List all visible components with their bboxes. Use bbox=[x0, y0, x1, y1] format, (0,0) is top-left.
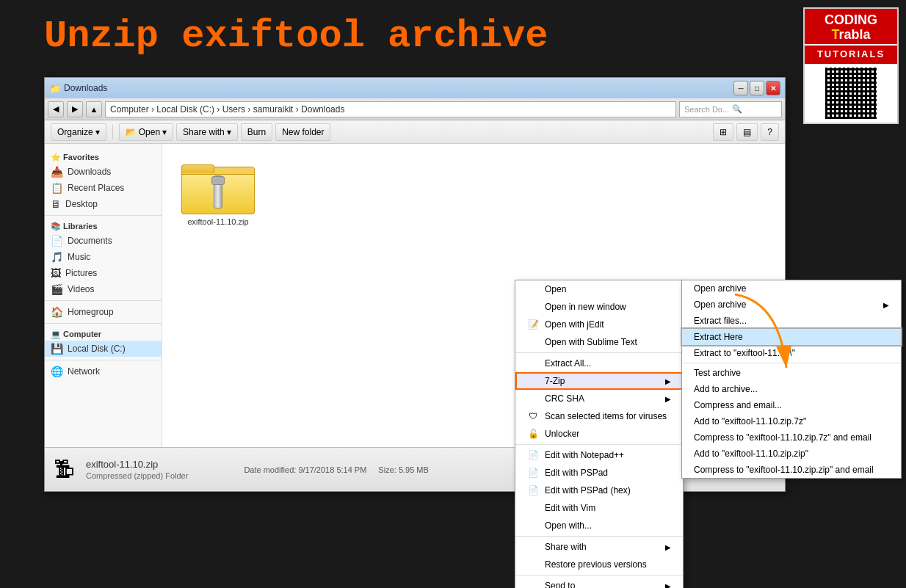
status-date-label: Date modified: bbox=[244, 465, 296, 474]
search-icon: 🔍 bbox=[732, 104, 742, 114]
sub-ctx-extract-to[interactable]: Extract to "exiftool-11.10\" bbox=[682, 345, 901, 361]
sub-ctx-compress-email[interactable]: Compress and email... bbox=[682, 397, 901, 413]
forward-button[interactable]: ▶ bbox=[67, 101, 83, 117]
up-button[interactable]: ▲ bbox=[86, 101, 102, 117]
ctx-open[interactable]: Open bbox=[515, 280, 683, 298]
homegroup-label: Homegroup bbox=[68, 307, 114, 317]
sub-ctx-test-archive[interactable]: Test archive bbox=[682, 365, 901, 381]
ctx-send-to-label: Send to bbox=[545, 581, 659, 588]
sidebar-item-local-disk[interactable]: 💾 Local Disk (C:) bbox=[45, 341, 162, 357]
new-folder-label: New folder bbox=[282, 127, 324, 137]
ctx-jedit-icon: 📝 bbox=[527, 319, 539, 330]
ctx-7zip[interactable]: 7-Zip ▶ bbox=[515, 372, 683, 390]
open-arrow: ▾ bbox=[162, 127, 167, 137]
view-button[interactable]: ⊞ bbox=[713, 123, 733, 141]
ctx-open-with-icon bbox=[527, 520, 539, 531]
ctx-pspad-hex-icon: 📄 bbox=[527, 484, 539, 496]
address-path[interactable]: Computer › Local Disk (C:) › Users › sam… bbox=[105, 101, 676, 117]
ctx-restore[interactable]: Restore previous versions bbox=[515, 556, 683, 573]
ctx-edit-pspad-hex[interactable]: 📄 Edit with PSPad (hex) bbox=[515, 482, 683, 499]
ctx-pspad-icon: 📄 bbox=[527, 467, 539, 479]
sub-ctx-add-to-archive-label: Add to archive... bbox=[694, 384, 758, 394]
ctx-share-with[interactable]: Share with ▶ bbox=[515, 538, 683, 556]
file-area: exiftool-11.10.zip Open Open in new wind… bbox=[162, 144, 785, 447]
file-icon-container[interactable]: exiftool-11.10.zip bbox=[174, 156, 262, 226]
organize-button[interactable]: Organize ▾ bbox=[51, 123, 106, 141]
open-button[interactable]: 📂 Open ▾ bbox=[119, 123, 173, 141]
help-button[interactable]: ? bbox=[761, 123, 779, 141]
ctx-edit-pspad[interactable]: 📄 Edit with PSPad bbox=[515, 464, 683, 482]
sub-ctx-open-archive2-arrow: ▶ bbox=[883, 301, 889, 309]
ctx-notepad-icon: 📄 bbox=[527, 449, 539, 461]
sidebar-item-network[interactable]: 🌐 Network bbox=[45, 363, 162, 380]
ctx-7zip-arrow: ▶ bbox=[665, 377, 671, 385]
toolbar-right: ⊞ ▤ ? bbox=[713, 123, 779, 141]
new-folder-button[interactable]: New folder bbox=[275, 123, 330, 141]
explorer-window: 📁 Downloads ─ □ ✕ ◀ ▶ ▲ Computer › Local… bbox=[44, 77, 786, 492]
minimize-button[interactable]: ─ bbox=[733, 81, 748, 95]
sub-ctx-open-archive2[interactable]: Open archive ▶ bbox=[682, 297, 901, 313]
preview-button[interactable]: ▤ bbox=[736, 123, 758, 141]
zip-folder-icon bbox=[181, 156, 255, 214]
search-box[interactable]: Search Do... 🔍 bbox=[679, 101, 782, 117]
brand-tutorials: TUTORIALS bbox=[805, 44, 897, 64]
maximize-button[interactable]: □ bbox=[750, 81, 764, 95]
ctx-unlocker[interactable]: 🔓 Unlocker bbox=[515, 425, 683, 443]
pictures-label: Pictures bbox=[65, 268, 97, 278]
sub-ctx-add-zip-label: Add to "exiftool-11.10.zip.zip" bbox=[694, 449, 808, 459]
burn-button[interactable]: Burn bbox=[241, 123, 272, 141]
sub-ctx-compress-7z-email[interactable]: Compress to "exiftool-11.10.zip.7z" and … bbox=[682, 429, 901, 446]
share-with-button[interactable]: Share with ▾ bbox=[176, 123, 238, 141]
qr-code bbox=[805, 64, 897, 123]
ctx-open-sublime[interactable]: Open with Sublime Text bbox=[515, 333, 683, 351]
organize-arrow: ▾ bbox=[95, 127, 100, 137]
sidebar-divider-2 bbox=[45, 300, 162, 301]
open-icon: 📂 bbox=[126, 127, 137, 137]
ctx-crc-sha[interactable]: CRC SHA ▶ bbox=[515, 390, 683, 407]
downloads-icon: 📥 bbox=[51, 166, 63, 178]
ctx-edit-notepad[interactable]: 📄 Edit with Notepad++ bbox=[515, 446, 683, 464]
ctx-edit-vim[interactable]: Edit with Vim bbox=[515, 499, 683, 517]
sub-ctx-add-zip[interactable]: Add to "exiftool-11.10.zip.zip" bbox=[682, 446, 901, 462]
recent-places-icon: 📋 bbox=[51, 182, 63, 194]
ctx-send-to[interactable]: Send to ▶ bbox=[515, 577, 683, 588]
sidebar-item-recent-places[interactable]: 📋 Recent Places bbox=[45, 180, 162, 196]
ctx-crc-sha-arrow: ▶ bbox=[665, 395, 671, 403]
sidebar-item-music[interactable]: 🎵 Music bbox=[45, 249, 162, 265]
sidebar-item-videos[interactable]: 🎬 Videos bbox=[45, 281, 162, 297]
status-meta: Date modified: 9/17/2018 5:14 PM bbox=[244, 465, 366, 474]
sub-ctx-add-7z[interactable]: Add to "exiftool-11.10.zip.7z" bbox=[682, 413, 901, 429]
sub-ctx-add-to-archive[interactable]: Add to archive... bbox=[682, 381, 901, 397]
computer-section: 💻 Computer bbox=[45, 327, 162, 341]
ctx-extract-all[interactable]: Extract All... bbox=[515, 355, 683, 372]
sub-ctx-compress-zip-email[interactable]: Compress to "exiftool-11.10.zip.zip" and… bbox=[682, 462, 901, 478]
sub-ctx-extract-here[interactable]: Extract Here bbox=[682, 329, 901, 345]
brand-name: CODING Trabla bbox=[805, 9, 897, 44]
ctx-open-new-window[interactable]: Open in new window bbox=[515, 298, 683, 316]
share-with-label: Share with bbox=[183, 127, 225, 137]
ctx-sep-4 bbox=[515, 575, 683, 576]
star-icon: ⭐ bbox=[51, 153, 61, 161]
brand-highlight: T bbox=[831, 27, 838, 42]
sidebar-item-desktop[interactable]: 🖥 Desktop bbox=[45, 196, 162, 212]
sidebar-divider-4 bbox=[45, 360, 162, 360]
music-icon: 🎵 bbox=[51, 251, 63, 263]
sub-ctx-open-archive1[interactable]: Open archive bbox=[682, 280, 901, 297]
ctx-open-jedit[interactable]: 📝 Open with jEdit bbox=[515, 316, 683, 333]
sidebar-item-documents[interactable]: 📄 Documents bbox=[45, 233, 162, 249]
sidebar-item-downloads[interactable]: 📥 Downloads bbox=[45, 164, 162, 180]
sidebar-item-homegroup[interactable]: 🏠 Homegroup bbox=[45, 304, 162, 320]
status-size: Size: 5.95 MB bbox=[378, 465, 429, 474]
back-button[interactable]: ◀ bbox=[48, 101, 64, 117]
ctx-open-new-window-label: Open in new window bbox=[545, 302, 671, 312]
toolbar: Organize ▾ 📂 Open ▾ Share with ▾ Burn Ne… bbox=[45, 120, 785, 144]
ctx-open-with[interactable]: Open with... bbox=[515, 517, 683, 534]
libraries-section: 📚 Libraries bbox=[45, 219, 162, 233]
close-button[interactable]: ✕ bbox=[766, 81, 780, 95]
ctx-scan-viruses[interactable]: 🛡 Scan selected items for viruses bbox=[515, 407, 683, 425]
sub-ctx-extract-files[interactable]: Extract files... bbox=[682, 313, 901, 329]
libraries-icon: 📚 bbox=[51, 222, 61, 231]
sidebar-item-pictures[interactable]: 🖼 Pictures bbox=[45, 265, 162, 281]
documents-label: Documents bbox=[68, 236, 112, 246]
status-file-icon: 🗜 bbox=[54, 457, 74, 482]
